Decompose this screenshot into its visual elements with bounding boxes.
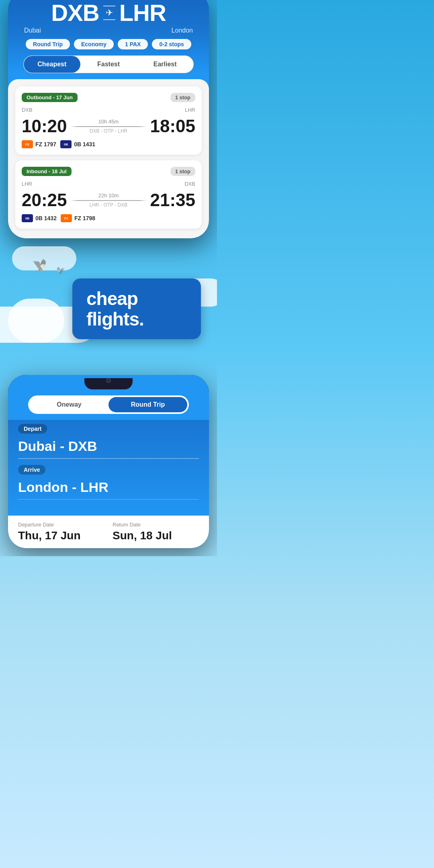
dates-row: Departure Date Thu, 17 Jun Return Date S… xyxy=(8,516,209,548)
inbound-depart: 20:25 xyxy=(22,190,67,210)
inbound-airlines: 0B 0B 1432 FZ FZ 1798 xyxy=(22,214,195,222)
outbound-airline-2: 0B 0B 1431 xyxy=(60,140,95,148)
tab-cheapest[interactable]: Cheapest xyxy=(24,56,80,73)
outbound-duration-section: 10h 45m DXB - OTP - LHR xyxy=(67,119,150,134)
pill-cabin[interactable]: Economy xyxy=(74,39,114,49)
depart-value[interactable]: Dubai - DXB xyxy=(18,437,199,458)
departure-date-col[interactable]: Departure Date Thu, 17 Jun xyxy=(18,522,104,542)
bird-1: 🦅 xyxy=(32,258,47,272)
inbound-duration-line xyxy=(70,200,147,201)
phone2-device: Oneway Round Trip Depart Dubai - DXB Arr… xyxy=(8,375,209,548)
flights-area: Outbound - 17 Jun 1 stop DXB LHR 10:20 1… xyxy=(8,79,209,238)
outbound-label: Outbound - 17 Jun xyxy=(22,93,78,102)
blueair-logo-1: 0B xyxy=(60,140,72,148)
outbound-airlines: FZ FZ 1797 0B 0B 1431 xyxy=(22,140,195,148)
outbound-stops: 1 stop xyxy=(170,93,195,102)
pill-pax[interactable]: 1 PAX xyxy=(118,39,148,49)
middle-section: cheap flights. 🦅 🦅 xyxy=(0,238,217,367)
inbound-flight-2: FZ 1798 xyxy=(74,215,95,221)
outbound-flight-2: 0B 1431 xyxy=(74,141,95,147)
phone2-screen: Oneway Round Trip Depart Dubai - DXB Arr… xyxy=(8,375,209,548)
tab-earliest[interactable]: Earliest xyxy=(137,56,193,73)
origin-code: DXB xyxy=(51,0,99,26)
inbound-duration: 22h 10m xyxy=(98,192,119,199)
trip-type-toggle: Oneway Round Trip xyxy=(28,395,189,414)
outbound-flight-1: FZ 1797 xyxy=(35,141,56,147)
inbound-airline-2: FZ FZ 1798 xyxy=(61,214,95,222)
inbound-duration-section: 22h 10m LHR - OTP - DXB xyxy=(67,192,150,208)
inbound-stops: 1 stop xyxy=(170,167,195,176)
inbound-route: LHR - OTP - DXB xyxy=(90,202,127,208)
outbound-route: DXB - OTP - LHR xyxy=(90,128,127,134)
outbound-header: Outbound - 17 Jun 1 stop xyxy=(22,93,195,102)
flydubai-logo-2: FZ xyxy=(61,214,72,222)
flight-header: DXB ✈ LHR Dubai London Round Trip Econom… xyxy=(8,0,209,73)
inbound-origin: LHR xyxy=(22,181,32,187)
blueair-logo-2: 0B xyxy=(22,214,33,222)
pill-trip-type[interactable]: Round Trip xyxy=(26,39,70,49)
return-date-col[interactable]: Return Date Sun, 18 Jul xyxy=(113,522,199,542)
return-date-label: Return Date xyxy=(113,522,199,528)
inbound-airports: LHR DXB xyxy=(22,181,195,187)
pill-stops[interactable]: 0-2 stops xyxy=(152,39,191,49)
outbound-duration: 10h 45m xyxy=(98,119,119,125)
departure-date-label: Departure Date xyxy=(18,522,104,528)
filter-pills: Round Trip Economy 1 PAX 0-2 stops xyxy=(16,34,201,55)
outbound-depart: 10:20 xyxy=(22,116,67,136)
inbound-arrive: 21:35 xyxy=(150,190,195,210)
search-form: Depart Dubai - DXB Arrive London - LHR xyxy=(8,420,209,516)
inbound-airline-1: 0B 0B 1432 xyxy=(22,214,57,222)
plane-icon: ✈ xyxy=(103,6,115,20)
arrive-value[interactable]: London - LHR xyxy=(18,478,199,499)
phone1-screen: DXB ✈ LHR Dubai London Round Trip Econom… xyxy=(8,0,209,238)
toggle-oneway[interactable]: Oneway xyxy=(30,397,108,412)
departure-date-value: Thu, 17 Jun xyxy=(18,529,104,542)
outbound-dest: LHR xyxy=(185,107,195,113)
duration-line xyxy=(70,126,147,127)
bird-2: 🦅 xyxy=(56,266,65,275)
inbound-header: Inbound - 18 Jul 1 stop xyxy=(22,167,195,176)
form-divider-2 xyxy=(18,499,199,500)
arrive-label: Arrive xyxy=(18,465,45,475)
phone1-device: DXB ✈ LHR Dubai London Round Trip Econom… xyxy=(8,0,209,238)
inbound-dest: DXB xyxy=(184,181,195,187)
outbound-arrive: 18:05 xyxy=(150,116,195,136)
toggle-round-trip[interactable]: Round Trip xyxy=(108,397,187,412)
depart-label: Depart xyxy=(18,424,47,434)
flydubai-logo-1: FZ xyxy=(22,140,33,148)
airports-row: DXB ✈ LHR xyxy=(16,0,201,26)
return-date-value: Sun, 18 Jul xyxy=(113,529,199,542)
cheap-flights-text: cheap flights. xyxy=(86,289,187,329)
outbound-origin: DXB xyxy=(22,107,33,113)
tab-fastest[interactable]: Fastest xyxy=(80,56,137,73)
origin-city: Dubai xyxy=(24,27,41,34)
notch-camera xyxy=(106,378,111,383)
inbound-label: Inbound - 18 Jul xyxy=(22,167,72,176)
inbound-card[interactable]: Inbound - 18 Jul 1 stop LHR DXB 20:25 22… xyxy=(15,160,202,229)
cheap-flights-banner: cheap flights. xyxy=(72,278,201,339)
phone-notch xyxy=(84,378,133,389)
outbound-airline-1: FZ FZ 1797 xyxy=(22,140,56,148)
form-divider-1 xyxy=(18,458,199,459)
inbound-flight-1: 0B 1432 xyxy=(35,215,57,221)
airport-cities: Dubai London xyxy=(16,27,201,34)
outbound-card[interactable]: Outbound - 17 Jun 1 stop DXB LHR 10:20 1… xyxy=(15,86,202,155)
inbound-times: 20:25 22h 10m LHR - OTP - DXB 21:35 xyxy=(22,190,195,210)
outbound-airports: DXB LHR xyxy=(22,107,195,113)
sort-tabs: Cheapest Fastest Earliest xyxy=(23,55,194,73)
cloud-left-bump xyxy=(8,299,64,343)
outbound-times: 10:20 10h 45m DXB - OTP - LHR 18:05 xyxy=(22,116,195,136)
dest-city: London xyxy=(172,27,193,34)
dest-code: LHR xyxy=(119,0,166,26)
